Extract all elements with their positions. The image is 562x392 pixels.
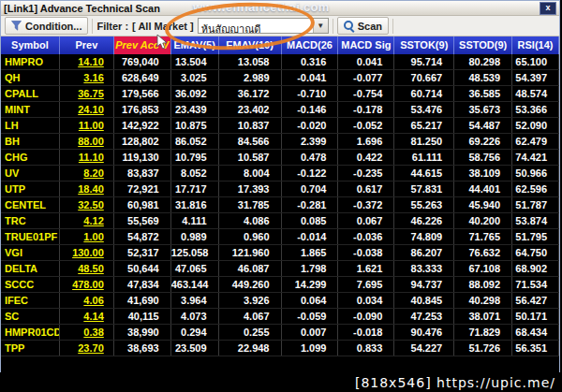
cell-prev[interactable]: 11.10 <box>60 150 114 165</box>
cell-rsi: 74.421 <box>512 150 559 165</box>
cell-prev-acc-v: 40,115 <box>114 309 171 324</box>
cell-rsi: 51.795 <box>512 229 559 244</box>
table-row[interactable]: IFEC4.0641,6903.9643.9260.0640.03440.845… <box>1 293 559 309</box>
column-header-prev[interactable]: Prev <box>60 36 114 54</box>
cell-symbol[interactable]: HMPR01CD <box>1 325 60 340</box>
signal-filter-combobox[interactable]: หุ้นสัญญาณดี ▼ <box>198 18 329 34</box>
column-header-emav10[interactable]: EMAV(10) <box>219 36 282 54</box>
cell-prev[interactable]: 11.00 <box>60 118 114 133</box>
cell-macd-sig: 0.833 <box>338 341 394 356</box>
title-bar: [Link1] Advance Technical Scan x <box>1 1 559 16</box>
cell-symbol[interactable]: CPALL <box>1 86 60 101</box>
table-row[interactable]: CPALL36.75179,56636.09236.172-0.710-0.75… <box>1 86 559 102</box>
cell-symbol[interactable]: DELTA <box>1 261 60 276</box>
cell-prev[interactable]: 3.16 <box>60 70 114 85</box>
cell-prev[interactable]: 32.50 <box>60 197 114 212</box>
cell-symbol[interactable]: BH <box>1 134 60 149</box>
cell-symbol[interactable]: IFEC <box>1 293 60 308</box>
column-header-macd[interactable]: MACD(26 <box>282 36 339 54</box>
column-header-symbol[interactable]: Symbol <box>1 36 60 54</box>
column-header-prev-acc-v[interactable]: Prev Acc V <box>114 36 171 54</box>
cell-symbol[interactable]: HMPRO <box>1 54 60 69</box>
cell-symbol[interactable]: MINT <box>1 102 60 117</box>
cell-symbol[interactable]: TRUE01PF <box>1 229 60 244</box>
column-header-sstok[interactable]: SSTOK(9) <box>394 36 454 54</box>
cell-prev[interactable]: 88.00 <box>60 134 114 149</box>
cell-symbol[interactable]: UV <box>1 166 60 181</box>
cell-symbol[interactable]: SC <box>1 309 60 324</box>
table-row[interactable]: UV8.2083,8378.0528.004-0.122-0.23544.615… <box>1 166 559 181</box>
column-header-sstod[interactable]: SSTOD(9) <box>454 36 512 54</box>
table-row[interactable]: QH3.16628,6493.0252.989-0.041-0.07770.66… <box>1 70 559 86</box>
cell-prev-acc-v: 179,566 <box>114 86 171 101</box>
table-row[interactable]: BH88.00128,80286.05284.5662.3991.69681.2… <box>1 134 559 150</box>
cell-symbol[interactable]: SCCC <box>1 277 60 292</box>
cell-emav10: 3.926 <box>219 293 282 308</box>
cell-prev[interactable]: 23.70 <box>60 341 114 356</box>
cell-macd: 14.299 <box>282 277 339 292</box>
column-header-macd-sig[interactable]: MACD Sig <box>338 36 394 54</box>
cell-emav10: 36.172 <box>219 86 282 101</box>
column-header-rsi[interactable]: RSI(14) <box>512 36 559 54</box>
cell-prev[interactable]: 0.38 <box>60 325 114 340</box>
cell-prev[interactable]: 4.06 <box>60 293 114 308</box>
cell-prev[interactable]: 18.40 <box>60 181 114 196</box>
cell-symbol[interactable]: VGI <box>1 245 60 260</box>
cell-prev[interactable]: 4.14 <box>60 309 114 324</box>
cell-emav5: 31.816 <box>171 197 219 212</box>
table-row[interactable]: CHG11.10119,13010.79510.5870.4780.42261.… <box>1 150 559 166</box>
table-row[interactable]: SCCC478.0047,834463.144449.26014.2997.69… <box>1 277 559 293</box>
table-row[interactable]: TRUE01PF1.0054,8720.9890.960-0.014-0.036… <box>1 229 559 245</box>
cell-prev[interactable]: 36.75 <box>60 86 114 101</box>
cell-prev[interactable]: 478.00 <box>60 277 114 292</box>
combobox-dropdown-button[interactable]: ▼ <box>313 19 328 33</box>
table-row[interactable]: LH11.00142,92210.87510.837-0.020-0.05265… <box>1 118 559 134</box>
table-row[interactable]: DELTA48.5050,64447.06546.0871.7981.62183… <box>1 261 559 277</box>
cell-symbol[interactable]: CHG <box>1 150 60 165</box>
cell-prev[interactable]: 4.12 <box>60 213 114 228</box>
cell-emav10: 46.087 <box>219 261 282 276</box>
scan-button[interactable]: Scan <box>337 17 389 35</box>
cell-prev[interactable]: 14.10 <box>60 54 114 69</box>
cell-symbol[interactable]: LH <box>1 118 60 133</box>
table-row[interactable]: MINT24.10176,85323.43923.402-0.146-0.178… <box>1 102 559 118</box>
cell-sstod: 35.673 <box>454 102 512 117</box>
table-row[interactable]: TPP23.7038,69323.50922.9481.0990.83354.2… <box>1 341 559 356</box>
cell-symbol[interactable]: TRC <box>1 213 60 228</box>
table-row[interactable]: SC4.1440,1154.0734.067-0.059-0.09047.253… <box>1 309 559 325</box>
cell-prev-acc-v: 176,853 <box>114 102 171 117</box>
cell-symbol[interactable]: QH <box>1 70 60 85</box>
cell-emav10: 4.067 <box>219 309 282 324</box>
cell-emav5: 36.092 <box>171 86 219 101</box>
cell-prev[interactable]: 24.10 <box>60 102 114 117</box>
table-row[interactable]: UTP18.4072,92117.71717.3930.7040.61757.8… <box>1 181 559 197</box>
condition-icon <box>11 21 22 31</box>
cell-symbol[interactable]: CENTEL <box>1 197 60 212</box>
condition-button[interactable]: Condition... <box>5 17 88 35</box>
table-row[interactable]: VGI130.0052,317125.058121.9601.865-0.038… <box>1 245 559 261</box>
cell-prev-acc-v: 60,981 <box>114 197 171 212</box>
table-row[interactable]: HMPRO14.10769,04013.50413.0580.3160.0419… <box>1 54 559 70</box>
cell-emav5: 47.065 <box>171 261 219 276</box>
cell-prev[interactable]: 1.00 <box>60 229 114 244</box>
cell-prev-acc-v: 769,040 <box>114 54 171 69</box>
cell-rsi: 62.479 <box>512 134 559 149</box>
cell-prev[interactable]: 8.20 <box>60 166 114 181</box>
cell-symbol[interactable]: TPP <box>1 341 60 356</box>
close-button[interactable]: x <box>540 2 556 15</box>
table-row[interactable]: HMPR01CD0.3838,9900.2940.2550.007-0.0189… <box>1 325 559 341</box>
column-header-emav5[interactable]: EMAV(5) <box>171 36 219 54</box>
cell-emav10: 8.004 <box>219 166 282 181</box>
cell-sstok: 95.714 <box>394 54 454 69</box>
table-row[interactable]: TRC4.1255,5694.1114.0860.0850.06746.2264… <box>1 213 559 229</box>
cell-macd-sig: -0.052 <box>338 118 394 133</box>
cell-sstok: 86.207 <box>394 245 454 260</box>
cell-sstod: 69.226 <box>454 134 512 149</box>
cell-macd-sig: 0.617 <box>338 181 394 196</box>
cell-prev[interactable]: 130.00 <box>60 245 114 260</box>
cell-symbol[interactable]: UTP <box>1 181 60 196</box>
table-row[interactable]: CENTEL32.5060,98131.81631.785-0.281-0.37… <box>1 197 559 213</box>
cell-prev-acc-v: 142,922 <box>114 118 171 133</box>
cell-prev[interactable]: 48.50 <box>60 261 114 276</box>
cell-macd: 0.478 <box>282 150 339 165</box>
